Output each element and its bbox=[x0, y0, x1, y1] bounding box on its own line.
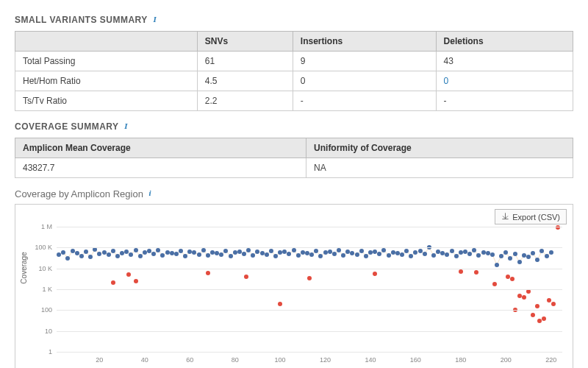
data-point[interactable] bbox=[215, 251, 219, 255]
data-point[interactable] bbox=[531, 251, 535, 255]
data-point[interactable] bbox=[486, 251, 490, 255]
data-point[interactable] bbox=[174, 252, 179, 256]
data-point[interactable] bbox=[495, 263, 499, 267]
data-point[interactable] bbox=[242, 252, 246, 256]
data-point[interactable] bbox=[251, 253, 255, 258]
data-point[interactable] bbox=[244, 275, 248, 279]
data-point[interactable] bbox=[210, 250, 215, 255]
data-point[interactable] bbox=[436, 250, 440, 254]
data-point[interactable] bbox=[296, 253, 301, 258]
data-point[interactable] bbox=[260, 251, 265, 255]
data-point[interactable] bbox=[537, 319, 542, 323]
data-point[interactable] bbox=[229, 254, 233, 258]
data-point[interactable] bbox=[187, 250, 192, 254]
data-point[interactable] bbox=[440, 251, 445, 255]
data-point[interactable] bbox=[237, 250, 242, 254]
data-point[interactable] bbox=[476, 253, 481, 258]
data-point[interactable] bbox=[517, 260, 522, 264]
data-point[interactable] bbox=[282, 250, 287, 254]
data-point[interactable] bbox=[463, 250, 467, 254]
data-point[interactable] bbox=[450, 249, 454, 253]
data-point[interactable] bbox=[129, 252, 133, 257]
data-point[interactable] bbox=[418, 249, 423, 253]
data-point[interactable] bbox=[391, 250, 395, 255]
data-point[interactable] bbox=[522, 253, 526, 258]
data-point[interactable] bbox=[314, 249, 318, 253]
data-point[interactable] bbox=[522, 295, 526, 300]
data-point[interactable] bbox=[120, 251, 124, 255]
data-point[interactable] bbox=[423, 252, 427, 256]
data-point[interactable] bbox=[508, 256, 512, 261]
data-point[interactable] bbox=[269, 249, 273, 253]
data-point[interactable] bbox=[75, 251, 79, 255]
data-point[interactable] bbox=[147, 249, 151, 253]
data-point[interactable] bbox=[377, 252, 381, 256]
data-point[interactable] bbox=[134, 248, 138, 252]
data-point[interactable] bbox=[206, 253, 210, 258]
data-point[interactable] bbox=[278, 250, 282, 255]
data-point[interactable] bbox=[474, 270, 478, 275]
data-point[interactable] bbox=[368, 250, 373, 255]
data-point[interactable] bbox=[57, 252, 61, 257]
data-point[interactable] bbox=[381, 248, 386, 252]
data-point[interactable] bbox=[409, 254, 413, 258]
data-point[interactable] bbox=[151, 252, 156, 256]
data-point[interactable] bbox=[395, 251, 400, 255]
data-point[interactable] bbox=[165, 250, 170, 255]
data-point[interactable] bbox=[265, 252, 269, 257]
data-point[interactable] bbox=[492, 282, 497, 286]
data-point[interactable] bbox=[287, 252, 291, 256]
data-point[interactable] bbox=[373, 250, 377, 254]
data-point[interactable] bbox=[246, 248, 251, 252]
data-point[interactable] bbox=[97, 252, 101, 256]
data-point[interactable] bbox=[102, 250, 107, 255]
info-icon[interactable]: i bbox=[149, 188, 151, 197]
data-point[interactable] bbox=[206, 271, 210, 275]
data-point[interactable] bbox=[513, 252, 517, 256]
data-point[interactable] bbox=[445, 252, 449, 257]
data-point[interactable] bbox=[305, 251, 309, 255]
data-point[interactable] bbox=[111, 280, 115, 285]
data-point[interactable] bbox=[255, 250, 259, 254]
data-point[interactable] bbox=[160, 253, 165, 258]
data-point[interactable] bbox=[307, 276, 312, 280]
data-point[interactable] bbox=[273, 254, 278, 258]
data-point[interactable] bbox=[517, 294, 522, 298]
data-point[interactable] bbox=[126, 272, 131, 277]
data-point[interactable] bbox=[535, 258, 539, 262]
data-point[interactable] bbox=[499, 254, 503, 258]
data-point[interactable] bbox=[111, 249, 115, 253]
data-point[interactable] bbox=[278, 302, 282, 306]
data-point[interactable] bbox=[170, 251, 174, 255]
data-point[interactable] bbox=[65, 256, 70, 261]
data-point[interactable] bbox=[79, 254, 84, 258]
data-point[interactable] bbox=[71, 249, 75, 253]
data-point[interactable] bbox=[364, 254, 368, 258]
cell-link[interactable]: 0 bbox=[436, 71, 573, 91]
data-point[interactable] bbox=[400, 252, 404, 257]
data-point[interactable] bbox=[138, 254, 143, 258]
data-point[interactable] bbox=[350, 251, 354, 255]
data-point[interactable] bbox=[341, 253, 345, 258]
data-point[interactable] bbox=[345, 250, 350, 254]
data-point[interactable] bbox=[233, 250, 237, 255]
data-point[interactable] bbox=[124, 250, 129, 254]
data-point[interactable] bbox=[373, 272, 377, 276]
data-point[interactable] bbox=[88, 255, 93, 259]
data-point[interactable] bbox=[115, 254, 120, 258]
data-point[interactable] bbox=[134, 279, 138, 283]
data-point[interactable] bbox=[197, 252, 201, 257]
data-point[interactable] bbox=[510, 277, 514, 281]
data-point[interactable] bbox=[535, 304, 539, 308]
data-point[interactable] bbox=[318, 254, 323, 258]
data-point[interactable] bbox=[355, 252, 359, 257]
data-point[interactable] bbox=[481, 250, 486, 255]
data-point[interactable] bbox=[323, 250, 328, 255]
data-point[interactable] bbox=[467, 252, 472, 256]
data-point[interactable] bbox=[459, 250, 463, 255]
data-point[interactable] bbox=[359, 249, 364, 253]
data-point[interactable] bbox=[404, 249, 409, 253]
export-csv-button[interactable]: Export (CSV) bbox=[495, 209, 567, 224]
data-point[interactable] bbox=[328, 250, 332, 254]
data-point[interactable] bbox=[201, 248, 206, 252]
